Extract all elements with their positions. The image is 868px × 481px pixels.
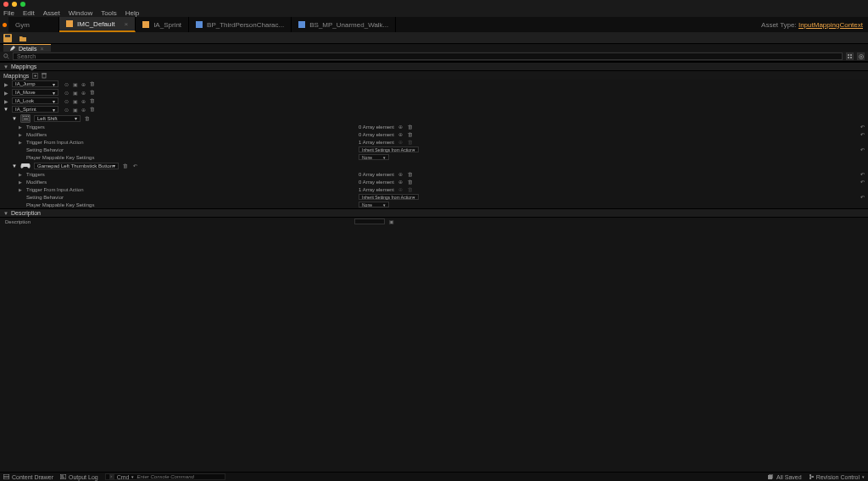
action-dropdown[interactable]: IA_Look▾ <box>12 97 58 104</box>
menu-file[interactable]: File <box>3 9 14 17</box>
add-icon[interactable]: ⊕ <box>81 90 86 96</box>
trash-icon[interactable]: 🗑 <box>122 163 128 169</box>
output-log-button[interactable]: Output Log <box>60 474 98 480</box>
expand-icon[interactable]: ▶ <box>19 124 23 130</box>
add-icon[interactable]: ⊕ <box>81 81 86 87</box>
action-dropdown[interactable]: IA_Sprint▾ <box>12 106 58 113</box>
asset-icon <box>66 20 73 27</box>
add-icon[interactable]: ⊕ <box>81 98 86 104</box>
reset-icon[interactable]: ↶ <box>860 147 865 152</box>
expand-icon[interactable]: ▶ <box>19 140 23 145</box>
trash-icon[interactable]: 🗑 <box>407 131 413 137</box>
expand-icon[interactable]: ▶ <box>3 98 8 104</box>
setting-behavior-dropdown[interactable]: Inherit Settings from Action▾ <box>359 194 419 200</box>
reset-icon[interactable]: ↶ <box>860 179 865 185</box>
close-panel-icon[interactable]: × <box>40 46 43 52</box>
add-icon[interactable]: ⊕ <box>398 131 403 137</box>
browse-icon[interactable]: ⊙ <box>64 107 70 113</box>
trash-icon[interactable]: 🗑 <box>407 179 413 185</box>
cmd-input[interactable] <box>136 474 221 479</box>
reset-icon[interactable]: ↶ <box>133 163 137 169</box>
add-icon[interactable]: ⊕ <box>398 171 403 177</box>
action-dropdown[interactable]: IA_Jump▾ <box>12 80 58 87</box>
window-traffic-lights[interactable] <box>3 2 25 7</box>
setting-behavior-dropdown[interactable]: Inherit Settings from Action▾ <box>359 147 419 152</box>
mappings-section-header[interactable]: ▼ Mappings <box>0 62 868 71</box>
gamepad-icon[interactable] <box>20 162 31 170</box>
expand-icon[interactable]: ▶ <box>19 180 23 185</box>
trash-icon[interactable]: 🗑 <box>84 115 90 121</box>
expand-icon[interactable]: ▶ <box>19 187 23 192</box>
close-tab-icon[interactable]: × <box>124 20 128 28</box>
settings-button[interactable] <box>857 53 865 60</box>
clear-mappings-button[interactable] <box>42 73 47 79</box>
cmd-label: Cmd <box>117 474 130 480</box>
save-icon[interactable] <box>3 34 12 42</box>
collapse-icon[interactable]: ▼ <box>3 107 8 112</box>
folder-icon[interactable]: ▣ <box>72 107 78 113</box>
revision-control-button[interactable]: Revision Control ▾ <box>809 474 865 480</box>
tab-project[interactable]: Gym <box>8 17 59 32</box>
collapse-icon[interactable]: ▼ <box>12 116 17 121</box>
details-panel-tab[interactable]: Details × <box>3 44 51 53</box>
browse-icon[interactable]: ⊙ <box>64 90 70 96</box>
folder-icon[interactable]: ▣ <box>72 98 78 104</box>
trash-icon[interactable]: 🗑 <box>89 98 95 104</box>
expand-icon[interactable]: ▶ <box>3 81 8 87</box>
description-label: Description <box>5 219 351 224</box>
menu-tools[interactable]: Tools <box>101 9 117 17</box>
add-icon[interactable]: ⊕ <box>398 139 403 145</box>
action-dropdown[interactable]: IA_Move▾ <box>12 89 58 96</box>
expand-icon[interactable]: ▶ <box>19 172 23 177</box>
minimize-window[interactable] <box>12 2 17 7</box>
player-key-dropdown[interactable]: None▾ <box>359 154 389 160</box>
content-drawer-button[interactable]: Content Drawer <box>3 474 53 480</box>
menu-window[interactable]: Window <box>69 9 92 17</box>
keyboard-icon[interactable] <box>20 114 31 123</box>
browse-icon[interactable] <box>19 34 27 42</box>
description-input[interactable] <box>354 218 385 224</box>
reset-icon[interactable]: ↶ <box>860 124 865 130</box>
trash-icon[interactable]: 🗑 <box>89 107 95 113</box>
browse-icon[interactable]: ⊙ <box>64 81 70 87</box>
trash-icon[interactable]: 🗑 <box>89 90 95 96</box>
trash-icon[interactable]: 🗑 <box>407 139 413 145</box>
key-dropdown[interactable]: Gamepad Left Thumbstick Button▾ <box>34 163 119 169</box>
description-section-header[interactable]: ▼ Description <box>0 208 868 218</box>
tab-imc-default[interactable]: IMC_Default × <box>59 17 136 32</box>
close-window[interactable] <box>3 2 8 7</box>
trash-icon[interactable]: 🗑 <box>407 124 413 130</box>
player-key-dropdown[interactable]: None▾ <box>359 202 389 207</box>
folder-icon[interactable]: ▣ <box>72 90 78 96</box>
trash-icon[interactable]: 🗑 <box>89 81 95 87</box>
add-icon[interactable]: ⊕ <box>398 179 403 185</box>
add-mapping-button[interactable]: + <box>32 73 38 79</box>
add-icon[interactable]: ⊕ <box>398 186 403 192</box>
expand-text-icon[interactable]: ▣ <box>388 218 394 224</box>
asset-type-link[interactable]: InputMappingContext <box>798 21 863 29</box>
reset-icon[interactable]: ↶ <box>860 194 865 200</box>
add-icon[interactable]: ⊕ <box>81 107 86 113</box>
tab-bs-unarmed-walk[interactable]: BS_MP_Unarmed_Walk... <box>292 17 396 32</box>
reset-icon[interactable]: ↶ <box>860 131 865 137</box>
expand-icon[interactable]: ▶ <box>3 90 8 96</box>
add-icon[interactable]: ⊕ <box>398 124 403 130</box>
menu-edit[interactable]: Edit <box>23 9 35 17</box>
reset-icon[interactable]: ↶ <box>860 171 865 177</box>
save-status[interactable]: All Saved <box>768 474 802 480</box>
tab-ia-sprint[interactable]: IA_Sprint <box>136 17 189 32</box>
search-input[interactable] <box>13 53 843 60</box>
menu-asset[interactable]: Asset <box>43 9 60 17</box>
filter-button[interactable] <box>846 53 854 60</box>
maximize-window[interactable] <box>20 2 25 7</box>
tab-bp-third-person[interactable]: BP_ThirdPersonCharac... <box>189 17 292 32</box>
browse-icon[interactable]: ⊙ <box>64 98 70 104</box>
folder-icon[interactable]: ▣ <box>72 81 78 87</box>
trash-icon[interactable]: 🗑 <box>407 186 413 192</box>
key-dropdown[interactable]: Left Shift▾ <box>34 115 81 122</box>
expand-icon[interactable]: ▶ <box>19 132 23 137</box>
trash-icon[interactable]: 🗑 <box>407 171 413 177</box>
menu-help[interactable]: Help <box>125 9 139 17</box>
collapse-icon[interactable]: ▼ <box>12 163 17 169</box>
cmd-prompt[interactable]: > Cmd▾ <box>105 473 226 480</box>
